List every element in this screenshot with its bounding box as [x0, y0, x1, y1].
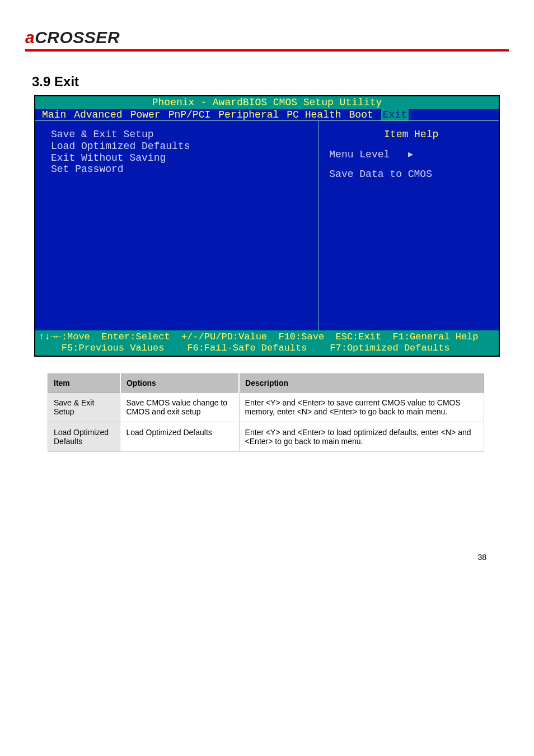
logo-accent: a	[25, 28, 35, 46]
bios-footer: ↑↓→←:Move Enter:Select +/-/PU/PD:Value F…	[35, 330, 499, 356]
row1-item: Load Optimized Defaults	[48, 422, 120, 452]
footer-line-2: F5:Previous Values F6:Fail-Safe Defaults…	[39, 343, 450, 353]
menu-boot[interactable]: Boot	[349, 109, 373, 121]
exit-load-defaults[interactable]: Load Optimized Defaults	[51, 141, 313, 152]
logo-header: aCROSSER	[25, 28, 509, 52]
exit-without-saving[interactable]: Exit Without Saving	[51, 152, 313, 164]
bios-left-panel: Save & Exit Setup Load Optimized Default…	[35, 121, 319, 330]
bios-title: Phoenix - AwardBIOS CMOS Setup Utility	[35, 96, 499, 109]
row0-options: Save CMOS value change to CMOS and exit …	[120, 393, 239, 422]
menu-exit[interactable]: Exit	[381, 109, 409, 121]
footer-line-1: ↑↓→←:Move Enter:Select +/-/PU/PD:Value F…	[39, 332, 479, 342]
exit-save-exit[interactable]: Save & Exit Setup	[51, 129, 313, 141]
item-help-title: Item Help	[329, 129, 493, 141]
exit-set-password[interactable]: Set Password	[51, 164, 313, 175]
menu-pnp-pci[interactable]: PnP/PCI	[168, 109, 211, 121]
logo-text: CROSSER	[35, 28, 120, 46]
table-header-item: Item	[48, 374, 120, 393]
description-table: Item Options Description Save & Exit Set…	[48, 374, 484, 452]
table-row: Save & Exit Setup Save CMOS value change…	[48, 393, 484, 422]
help-text: Save Data to CMOS	[329, 169, 493, 180]
bios-body: Save & Exit Setup Load Optimized Default…	[35, 120, 499, 330]
row0-item: Save & Exit Setup	[48, 393, 120, 422]
logo: aCROSSER	[25, 28, 120, 47]
row1-options: Load Optimized Defaults	[120, 422, 239, 452]
bios-menu-bar: Main Advanced Power PnP/PCI Peripheral P…	[35, 109, 499, 121]
row1-description: Enter <Y> and <Enter> to load optimized …	[239, 422, 484, 452]
menu-main[interactable]: Main	[42, 109, 66, 121]
page-number: 38	[25, 553, 486, 562]
menu-level-label: Menu Level	[329, 149, 390, 160]
triangle-right-icon: ▸	[408, 148, 413, 160]
bios-right-panel: Item Help Menu Level ▸ Save Data to CMOS	[319, 121, 499, 330]
menu-power[interactable]: Power	[130, 109, 161, 121]
bios-screenshot: Phoenix - AwardBIOS CMOS Setup Utility M…	[34, 95, 500, 357]
section-heading: 3.9 Exit	[32, 74, 509, 90]
menu-peripheral[interactable]: Peripheral	[218, 109, 279, 121]
table-row: Load Optimized Defaults Load Optimized D…	[48, 422, 484, 452]
menu-advanced[interactable]: Advanced	[74, 109, 122, 121]
table-header-row: Item Options Description	[48, 374, 484, 393]
menu-pc-health[interactable]: PC Health	[287, 109, 341, 121]
menu-level-row: Menu Level ▸	[329, 148, 493, 161]
table-header-options: Options	[120, 374, 239, 393]
table-header-description: Description	[239, 374, 484, 393]
row0-description: Enter <Y> and <Enter> to save current CM…	[239, 393, 484, 422]
